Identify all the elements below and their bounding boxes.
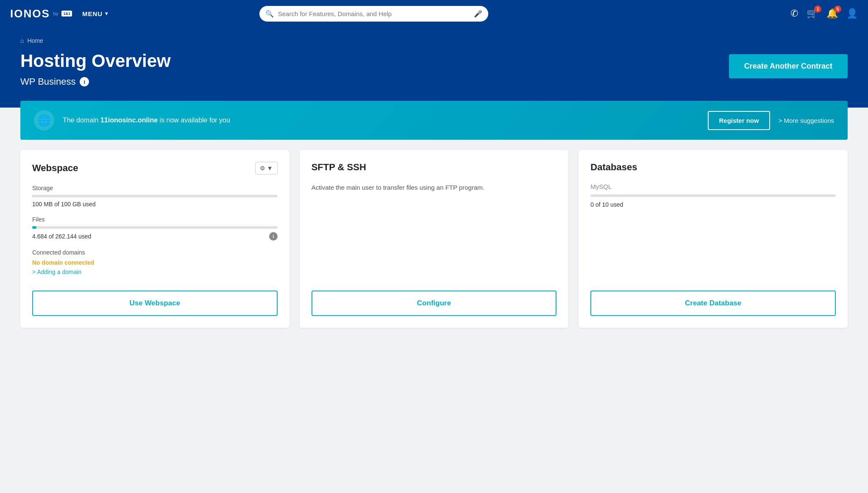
db-used-text: 0 of 10 used: [590, 201, 836, 208]
more-suggestions-link[interactable]: > More suggestions: [779, 117, 834, 124]
gear-chevron-icon: ▼: [267, 165, 273, 172]
databases-card-header: Databases: [590, 162, 836, 173]
storage-label: Storage: [32, 185, 278, 191]
storage-used-text: 100 MB of 100 GB used: [32, 201, 278, 208]
domain-message: The domain 11ionosinc.online is now avai…: [63, 116, 699, 124]
logo-badge: 1&1: [61, 11, 72, 17]
cart-button[interactable]: 🛒 1: [807, 8, 818, 19]
db-type-label: MySQL: [590, 183, 836, 190]
plan-name: WP Business: [20, 76, 75, 87]
webspace-card-header: Webspace ⚙ ▼: [32, 162, 278, 174]
gear-icon: ⚙: [260, 165, 265, 172]
connected-domains-label: Connected domains: [32, 249, 278, 256]
configure-button[interactable]: Configure: [312, 291, 557, 316]
hero-section: ⌂ Home Hosting Overview WP Business i Cr…: [0, 27, 868, 108]
webspace-settings-button[interactable]: ⚙ ▼: [255, 162, 278, 174]
logo-by: by: [53, 11, 58, 16]
webspace-card-title: Webspace: [32, 163, 78, 174]
use-webspace-button[interactable]: Use Webspace: [32, 291, 278, 316]
files-info-icon[interactable]: i: [269, 232, 278, 241]
domain-suffix-text: is now available for you: [160, 116, 230, 124]
databases-card-footer: Create Database: [590, 282, 836, 316]
breadcrumb: ⌂ Home: [20, 37, 848, 44]
files-progress-bar: [32, 226, 278, 229]
files-label: Files: [32, 216, 278, 223]
info-icon[interactable]: i: [80, 77, 89, 86]
logo: IONOS by 1&1: [10, 7, 72, 20]
hero-row: Hosting Overview WP Business i Create An…: [20, 51, 848, 87]
sftp-card-footer: Configure: [312, 282, 557, 316]
page-title: Hosting Overview: [20, 51, 171, 71]
logo-text: IONOS: [10, 7, 50, 20]
sftp-card-title: SFTP & SSH: [312, 162, 366, 173]
sftp-card: SFTP & SSH Activate the main user to tra…: [300, 150, 569, 328]
search-icon: 🔍: [265, 10, 274, 18]
domain-banner: 🌐 The domain 11ionosinc.online is now av…: [20, 101, 848, 140]
user-icon: 👤: [846, 8, 858, 19]
hero-text: Hosting Overview WP Business i: [20, 51, 171, 87]
domain-message-prefix: The domain: [63, 116, 99, 124]
breadcrumb-home-label[interactable]: Home: [27, 37, 43, 44]
phone-button[interactable]: ✆: [790, 8, 798, 19]
hero-subtitle: WP Business i: [20, 76, 171, 87]
create-database-button[interactable]: Create Database: [590, 291, 836, 316]
files-progress-fill: [32, 226, 36, 229]
databases-card-title: Databases: [590, 162, 637, 173]
webspace-card-footer: Use Webspace: [32, 282, 278, 316]
register-now-button[interactable]: Register now: [708, 111, 770, 130]
no-domain-connected-text: No domain connected: [32, 259, 278, 266]
sftp-description: Activate the main user to transfer files…: [312, 183, 557, 193]
search-input[interactable]: [259, 6, 488, 22]
cart-badge: 1: [814, 6, 821, 13]
webspace-card: Webspace ⚙ ▼ Storage 100 MB of 100 GB us…: [20, 150, 289, 328]
chevron-down-icon: ▾: [105, 11, 108, 17]
home-icon: ⌂: [20, 37, 24, 44]
main-header: IONOS by 1&1 MENU ▾ 🔍 🎤 ✆ 🛒 1 🔔 5 👤: [0, 0, 868, 27]
header-actions: ✆ 🛒 1 🔔 5 👤: [790, 8, 858, 19]
create-another-contract-button[interactable]: Create Another Contract: [729, 54, 848, 78]
files-used-row: 4.684 of 262.144 used i: [32, 232, 278, 241]
microphone-icon[interactable]: 🎤: [474, 10, 482, 18]
menu-label: MENU: [82, 10, 103, 17]
files-used-text: 4.684 of 262.144 used: [32, 233, 91, 240]
logo-ionos: IONOS: [10, 7, 50, 20]
databases-card: Databases MySQL 0 of 10 used Create Data…: [579, 150, 848, 328]
user-account-button[interactable]: 👤: [846, 8, 858, 19]
notifications-badge: 5: [834, 6, 841, 13]
search-bar-container: 🔍 🎤: [259, 6, 488, 22]
notifications-button[interactable]: 🔔 5: [826, 8, 838, 19]
db-progress-bar: [590, 194, 836, 197]
globe-icon: 🌐: [34, 110, 54, 130]
storage-progress-fill: [32, 195, 33, 197]
cards-section: Webspace ⚙ ▼ Storage 100 MB of 100 GB us…: [0, 150, 868, 348]
sftp-card-header: SFTP & SSH: [312, 162, 557, 173]
storage-progress-bar: [32, 195, 278, 197]
phone-icon: ✆: [790, 8, 798, 19]
domain-name: 11ionosinc.online: [100, 116, 158, 124]
menu-button[interactable]: MENU ▾: [82, 10, 108, 17]
adding-domain-link[interactable]: > Adding a domain: [32, 269, 278, 275]
